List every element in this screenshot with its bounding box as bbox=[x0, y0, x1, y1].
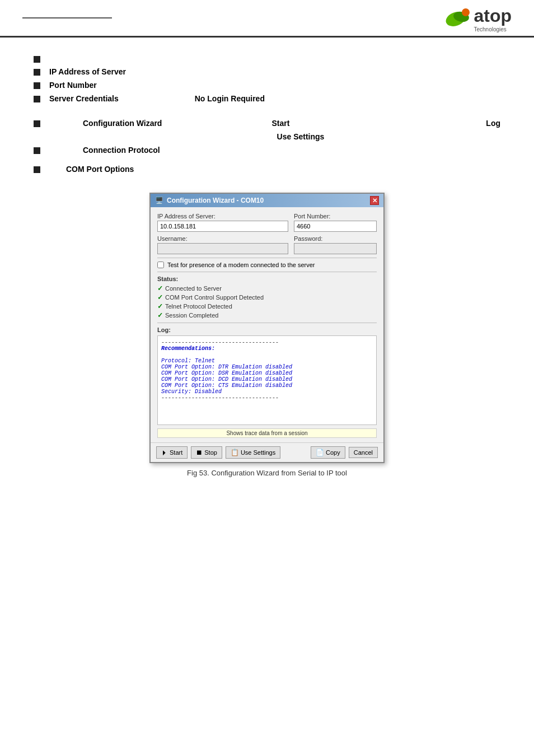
log-entry-dtr: COM Port Option: DTR Emulation disabled bbox=[161, 364, 373, 370]
use-settings-btn-label: Use Settings bbox=[241, 449, 275, 456]
status-label: Status: bbox=[157, 276, 377, 282]
dialog-title: Configuration Wizard - COM10 bbox=[167, 197, 264, 204]
separator-3 bbox=[157, 323, 377, 323]
username-input[interactable] bbox=[157, 243, 288, 254]
status-item-1: ✓ Connected to Server bbox=[157, 284, 377, 292]
cancel-button[interactable]: Cancel bbox=[349, 447, 378, 458]
page-header: atop Technologies bbox=[0, 0, 534, 38]
bullet-item-port: Port Number bbox=[34, 81, 500, 90]
logo-icon bbox=[444, 7, 474, 31]
cancel-label: Cancel bbox=[354, 449, 373, 456]
use-settings-icon: 📋 bbox=[231, 449, 239, 456]
log-entry-security: Security: Disabled bbox=[161, 389, 373, 395]
dialog-body: IP Address of Server: Port Number: Usern… bbox=[151, 207, 383, 442]
tooltip-bar: Shows trace data from a session bbox=[157, 428, 377, 438]
check-icon-1: ✓ bbox=[157, 284, 163, 292]
use-settings-label: Use Settings bbox=[101, 132, 500, 141]
separator-1 bbox=[157, 258, 377, 258]
stop-icon: ⏹ bbox=[196, 449, 203, 456]
status-item-4: ✓ Session Completed bbox=[157, 311, 377, 319]
bullet-square-5 bbox=[34, 120, 40, 127]
port-field: Port Number: bbox=[294, 213, 377, 232]
bullet-square-8 bbox=[34, 166, 40, 173]
bullet-square-1 bbox=[34, 56, 40, 63]
bullet-item-wizard: Configuration Wizard Start bbox=[34, 119, 500, 128]
copy-button[interactable]: 📄 Copy bbox=[311, 446, 345, 459]
modem-checkbox-label: Test for presence of a modem connected t… bbox=[167, 262, 315, 268]
use-settings-button[interactable]: 📋 Use Settings bbox=[226, 446, 280, 459]
status-section: Status: ✓ Connected to Server ✓ COM Port… bbox=[157, 276, 377, 319]
modem-checkbox[interactable] bbox=[157, 262, 164, 268]
status-text-2: COM Port Control Support Detected bbox=[165, 294, 264, 301]
svg-point-2 bbox=[462, 8, 470, 16]
dialog-wrapper: 🖥️ Configuration Wizard - COM10 ✕ IP Add… bbox=[34, 193, 500, 463]
auth-row: Username: Password: bbox=[157, 235, 377, 254]
header-left bbox=[22, 17, 112, 21]
status-text-1: Connected to Server bbox=[165, 285, 222, 292]
bullet-item-1 bbox=[34, 54, 500, 63]
stop-label: Stop bbox=[204, 449, 217, 456]
figure-caption: Fig 53. Configuration Wizard from Serial… bbox=[34, 469, 500, 477]
log-entry-dcd: COM Port Option: DCD Emulation disabled bbox=[161, 376, 373, 382]
port-input[interactable] bbox=[294, 221, 377, 232]
config-wizard-row: Configuration Wizard Start Log bbox=[34, 119, 500, 128]
log-dashes-1: ----------------------------------- bbox=[161, 339, 373, 346]
password-label: Password: bbox=[294, 235, 377, 242]
status-item-2: ✓ COM Port Control Support Detected bbox=[157, 293, 377, 301]
copy-label: Copy bbox=[326, 449, 340, 456]
modem-checkbox-row: Test for presence of a modem connected t… bbox=[157, 262, 377, 268]
dialog-titlebar: 🖥️ Configuration Wizard - COM10 ✕ bbox=[151, 194, 383, 207]
log-section: Log: -----------------------------------… bbox=[157, 326, 377, 425]
dialog-icon: 🖥️ bbox=[155, 197, 163, 204]
copy-icon: 📄 bbox=[316, 449, 324, 456]
titlebar-left: 🖥️ Configuration Wizard - COM10 bbox=[155, 197, 264, 204]
log-entry-cts: COM Port Option: CTS Emulation disabled bbox=[161, 382, 373, 389]
dialog-footer: ⏵ Start ⏹ Stop 📋 Use Settings 📄 Copy bbox=[151, 442, 383, 462]
bullet-square-3 bbox=[34, 82, 40, 89]
check-icon-2: ✓ bbox=[157, 293, 163, 301]
stop-button[interactable]: ⏹ Stop bbox=[191, 446, 222, 459]
bullet-square-2 bbox=[34, 69, 40, 76]
log-entry-dsr: COM Port Option: DSR Emulation disabled bbox=[161, 370, 373, 376]
bullet-item-com: COM Port Options bbox=[34, 165, 500, 174]
configuration-wizard-dialog: 🖥️ Configuration Wizard - COM10 ✕ IP Add… bbox=[149, 193, 385, 463]
separator-2 bbox=[157, 272, 377, 272]
bullet-item-ip: IP Address of Server bbox=[34, 67, 500, 76]
logo-area: atop Technologies bbox=[444, 6, 512, 32]
start-button[interactable]: ⏵ Start bbox=[156, 446, 188, 459]
bullet-square-7 bbox=[34, 147, 40, 154]
status-text-3: Telnet Protocol Detected bbox=[165, 303, 232, 310]
check-icon-4: ✓ bbox=[157, 311, 163, 319]
bullet-square-4 bbox=[34, 96, 40, 102]
main-content: IP Address of Server Port Number Server … bbox=[0, 38, 534, 494]
bullet-item-credentials: Server Credentials No Login Required bbox=[34, 94, 500, 103]
dialog-close-button[interactable]: ✕ bbox=[370, 196, 379, 205]
username-label: Username: bbox=[157, 235, 288, 242]
start-icon: ⏵ bbox=[161, 449, 168, 456]
password-input[interactable] bbox=[294, 243, 377, 254]
ip-port-row: IP Address of Server: Port Number: bbox=[157, 213, 377, 232]
check-icon-3: ✓ bbox=[157, 302, 163, 310]
log-entry-protocol: Protocol: Telnet bbox=[161, 358, 373, 364]
ip-label: IP Address of Server: bbox=[157, 213, 288, 220]
username-field: Username: bbox=[157, 235, 288, 254]
status-text-4: Session Completed bbox=[165, 312, 218, 319]
port-label: Port Number: bbox=[294, 213, 377, 220]
start-label: Start bbox=[170, 449, 182, 456]
ip-input[interactable] bbox=[157, 221, 288, 232]
bullet-item-protocol: Connection Protocol bbox=[34, 146, 500, 155]
log-section-label: Log: bbox=[157, 326, 377, 333]
log-dashes-2: ----------------------------------- bbox=[161, 395, 373, 401]
brand-text: atop Technologies bbox=[474, 6, 512, 32]
status-item-3: ✓ Telnet Protocol Detected bbox=[157, 302, 377, 310]
ip-field: IP Address of Server: bbox=[157, 213, 288, 232]
log-label: Log bbox=[486, 119, 500, 128]
header-line bbox=[22, 17, 112, 18]
log-recommendations: Recommendations: bbox=[161, 346, 373, 352]
password-field: Password: bbox=[294, 235, 377, 254]
log-box: ----------------------------------- Reco… bbox=[157, 335, 377, 425]
